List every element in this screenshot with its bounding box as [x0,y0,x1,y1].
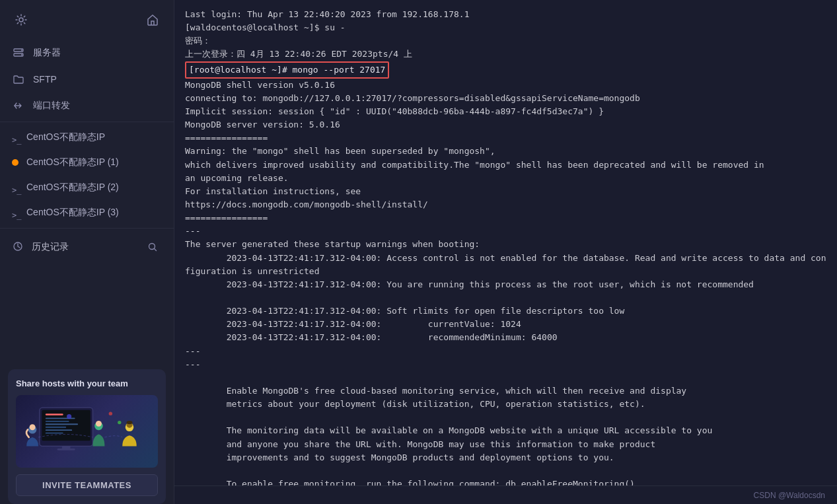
server-label: 服务器 [33,47,61,59]
svg-rect-11 [46,421,69,422]
centos2-label: CentOS不配静态IP (1) [26,157,119,168]
promo-illustration [16,395,158,468]
svg-point-3 [21,50,22,51]
centos3-label: CentOS不配静态IP (2) [26,182,119,194]
history-icon [12,240,24,254]
sidebar: 服务器 SFTP 端口转发 >_ CentOS不配静态IP CentOS不配静态… [0,0,174,504]
svg-point-26 [109,412,112,415]
settings-icon[interactable] [12,11,30,29]
port-forward-label: 端口转发 [33,100,70,112]
svg-point-22 [127,421,133,424]
sidebar-item-centos3[interactable]: >_ CentOS不配静态IP (2) [0,175,174,200]
dot-active-icon [12,159,18,166]
promo-card: Share hosts with your team [8,369,166,504]
forward-icon [12,99,25,112]
terminal-area[interactable]: Last login: Thu Apr 13 22:40:20 2023 fro… [174,0,837,504]
sidebar-item-server[interactable]: 服务器 [0,40,174,66]
terminal-prompt2-icon: >_ [12,184,18,191]
footer-bar: CSDN @Waldocsdn [174,486,837,504]
centos4-label: CentOS不配静态IP (3) [26,207,119,219]
sidebar-item-centos4[interactable]: >_ CentOS不配静态IP (3) [0,200,174,225]
terminal-prompt-icon: >_ [12,134,18,141]
terminal-output: Last login: Thu Apr 13 22:40:20 2023 fro… [185,8,826,504]
svg-point-25 [67,414,71,419]
terminal-prompt3-icon: >_ [12,209,18,216]
svg-point-0 [19,18,23,22]
folder-icon [12,73,25,86]
svg-rect-14 [46,429,72,431]
svg-point-24 [96,421,102,427]
svg-point-19 [30,424,36,430]
sidebar-item-centos1[interactable]: >_ CentOS不配静态IP [0,125,174,150]
sidebar-item-sftp[interactable]: SFTP [0,66,174,92]
svg-rect-12 [46,423,78,425]
search-icon[interactable] [143,238,162,256]
sftp-label: SFTP [33,74,57,85]
home-icon[interactable] [143,11,162,29]
svg-point-4 [21,54,22,55]
invite-teammates-button[interactable]: INVITE TEAMMATES [16,474,158,496]
sidebar-item-port-forward[interactable]: 端口转发 [0,92,174,119]
svg-rect-15 [46,433,63,434]
history-row[interactable]: 历史记录 [0,231,174,263]
centos1-label: CentOS不配静态IP [26,131,105,143]
server-icon [12,46,25,59]
svg-rect-17 [57,449,75,450]
history-left: 历史记录 [12,240,69,254]
footer-text: CSDN @Waldocsdn [754,491,825,500]
sidebar-top-bar [0,0,174,40]
svg-point-27 [118,421,121,424]
promo-title: Share hosts with your team [16,378,158,388]
history-label: 历史记录 [32,241,69,253]
svg-rect-9 [46,414,63,415]
svg-rect-13 [46,427,66,428]
highlighted-command: [root@localhost ~]# mongo --port 27017 [185,61,389,79]
sidebar-item-centos2[interactable]: CentOS不配静态IP (1) [0,150,174,175]
